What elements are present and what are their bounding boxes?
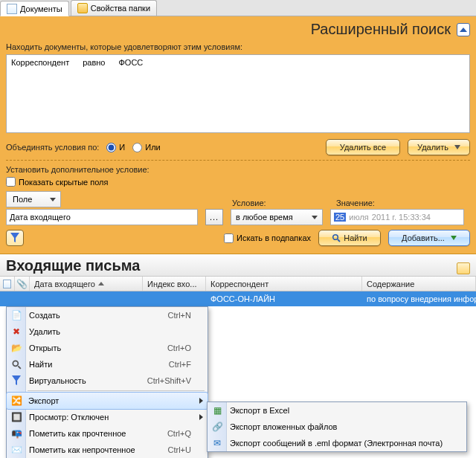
column-date-label: Дата входящего <box>34 280 95 288</box>
paperclip-icon: 📎 <box>16 279 28 289</box>
submenu-item-export-excel[interactable]: ▦ Экспорт в Excel <box>208 402 466 419</box>
delete-label: Удалить <box>417 143 448 152</box>
date-value-field[interactable]: 25 июля 2011 г. 15:33:34 <box>330 209 464 225</box>
arrow-down-icon <box>451 236 457 240</box>
chevron-up-icon <box>460 28 467 32</box>
criteria-box[interactable]: Корреспондент равно ФОСС <box>6 54 470 133</box>
menu-item-label: Пометить как непрочтенное <box>29 445 153 454</box>
menu-item-open[interactable]: 📂 Открыть Ctrl+O <box>7 340 208 356</box>
search-subfolders-label: Искать в подпапках <box>237 233 311 242</box>
column-index-label: Индекс вхо... <box>147 280 197 288</box>
radio-or[interactable]: Или <box>132 143 160 152</box>
menu-item-label: Экспорт вложенных файлов <box>230 422 450 431</box>
menu-item-label: Удалить <box>29 327 191 336</box>
column-correspondent[interactable]: Корреспондент <box>206 277 362 291</box>
section-options-button[interactable] <box>457 262 470 274</box>
show-hidden-fields-input[interactable] <box>6 177 16 187</box>
excel-icon: ▦ <box>211 404 223 416</box>
find-button-label: Найти <box>344 233 367 242</box>
column-type-icon[interactable] <box>0 277 15 291</box>
criteria-field: Корреспондент <box>11 58 69 67</box>
radio-or-input[interactable] <box>132 143 142 152</box>
context-menu: 📄 Создать Ctrl+N ✖ Удалить 📂 Открыть Ctr… <box>6 306 208 458</box>
cell-correspondent: ФОСС-ОН-ЛАЙН <box>206 294 362 303</box>
mail-closed-icon: ✉️ <box>10 444 22 456</box>
criteria-op: равно <box>83 58 105 67</box>
menu-item-preview[interactable]: 🔲 Просмотр: Отключен <box>7 409 208 425</box>
caret-down-icon <box>50 198 56 201</box>
menu-item-mark-unread[interactable]: ✉️ Пометить как непрочтенное Ctrl+U <box>7 442 208 458</box>
menu-item-shortcut: Ctrl+U <box>168 445 191 454</box>
tab-documents[interactable]: Документы <box>0 1 69 16</box>
search-subfolders-checkbox[interactable]: Искать в подпапках <box>224 233 311 243</box>
tab-documents-label: Документы <box>20 4 62 13</box>
radio-or-label: Или <box>145 143 160 152</box>
open-folder-icon: 📂 <box>10 342 22 354</box>
menu-item-mark-read[interactable]: 📭 Пометить как прочтенное Ctrl+Q <box>7 425 208 442</box>
export-submenu: ▦ Экспорт в Excel 🔗 Экспорт вложенных фа… <box>207 401 467 452</box>
delete-icon: ✖ <box>10 326 22 338</box>
submenu-item-export-attachments[interactable]: 🔗 Экспорт вложенных файлов <box>208 419 466 435</box>
svg-point-0 <box>333 235 338 240</box>
preview-icon: 🔲 <box>10 411 22 423</box>
add-button[interactable]: Добавить... <box>388 230 470 246</box>
attachment-export-icon: 🔗 <box>211 421 223 433</box>
advanced-search-panel: Расширенный поиск Находить документы, ко… <box>0 16 476 254</box>
menu-item-label: Просмотр: Отключен <box>29 413 191 422</box>
filter-button[interactable] <box>6 230 24 246</box>
funnel-icon <box>10 233 19 243</box>
criteria-row[interactable]: Корреспондент равно ФОСС <box>11 58 465 67</box>
menu-item-label: Создать <box>29 311 153 320</box>
cell-content: по вопросу внедрения информаци <box>362 294 476 303</box>
document-icon <box>7 4 17 14</box>
condition-dropdown[interactable]: в любое время <box>231 209 323 225</box>
menu-item-label: Открыть <box>29 344 152 352</box>
collapse-button[interactable] <box>457 23 470 36</box>
search-icon <box>10 358 22 370</box>
export-icon: 🔀 <box>10 395 22 407</box>
results-section: Входящие письма 📎 Дата входящего Индекс … <box>0 254 476 458</box>
table-row[interactable]: ФОСС-ОН-ЛАЙН по вопросу внедрения информ… <box>0 291 476 306</box>
search-subfolders-input[interactable] <box>224 233 234 243</box>
column-content[interactable]: Содержание <box>362 277 476 291</box>
menu-item-delete[interactable]: ✖ Удалить <box>7 323 208 340</box>
field-name-input[interactable] <box>6 209 198 225</box>
menu-item-shortcut: Ctrl+Shift+V <box>147 376 191 385</box>
delete-all-button[interactable]: Удалить все <box>326 139 400 155</box>
find-button[interactable]: Найти <box>318 230 381 246</box>
show-hidden-fields-checkbox[interactable]: Показать скрытые поля <box>6 177 470 187</box>
grid-header: 📎 Дата входящего Индекс вхо... Корреспон… <box>0 277 476 291</box>
menu-item-shortcut: Ctrl+N <box>168 311 191 320</box>
field-dropdown[interactable]: Поле <box>6 191 61 207</box>
date-day: 25 <box>334 213 346 222</box>
column-index[interactable]: Индекс вхо... <box>143 277 206 291</box>
submenu-item-export-eml[interactable]: ✉ Экспорт сообщений в .eml формат (Элект… <box>208 435 466 451</box>
svg-line-1 <box>338 239 340 242</box>
document-icon <box>3 280 11 288</box>
search-icon <box>332 233 341 242</box>
date-month: июля <box>349 213 369 222</box>
column-attachment[interactable]: 📎 <box>15 277 30 291</box>
sort-asc-icon <box>98 282 104 286</box>
menu-item-virtual[interactable]: Виртуальность Ctrl+Shift+V <box>7 372 208 389</box>
show-hidden-fields-label: Показать скрытые поля <box>19 178 108 187</box>
radio-and-input[interactable] <box>106 143 116 152</box>
menu-item-find[interactable]: Найти Ctrl+F <box>7 356 208 372</box>
menu-item-export[interactable]: 🔀 Экспорт <box>6 392 208 410</box>
menu-item-shortcut: Ctrl+O <box>167 344 191 352</box>
section-title: Входящие письма <box>6 257 457 274</box>
tab-folder-properties-label: Свойства папки <box>91 4 150 13</box>
menu-item-shortcut: Ctrl+F <box>169 360 191 369</box>
browse-field-button[interactable]: ... <box>205 209 223 225</box>
delete-button[interactable]: Удалить <box>408 139 470 155</box>
condition-dropdown-value: в любое время <box>236 213 293 222</box>
criteria-caption: Находить документы, которые удовлетворяю… <box>6 42 470 51</box>
menu-item-create[interactable]: 📄 Создать Ctrl+N <box>7 307 208 323</box>
radio-and-label: И <box>119 143 125 152</box>
radio-and[interactable]: И <box>106 143 125 152</box>
column-date[interactable]: Дата входящего <box>30 277 143 291</box>
menu-item-label: Экспорт в Excel <box>230 406 450 415</box>
value-caption: Значение: <box>336 199 470 207</box>
criteria-value: ФОСС <box>118 58 143 67</box>
tab-folder-properties[interactable]: Свойства папки <box>71 0 157 16</box>
